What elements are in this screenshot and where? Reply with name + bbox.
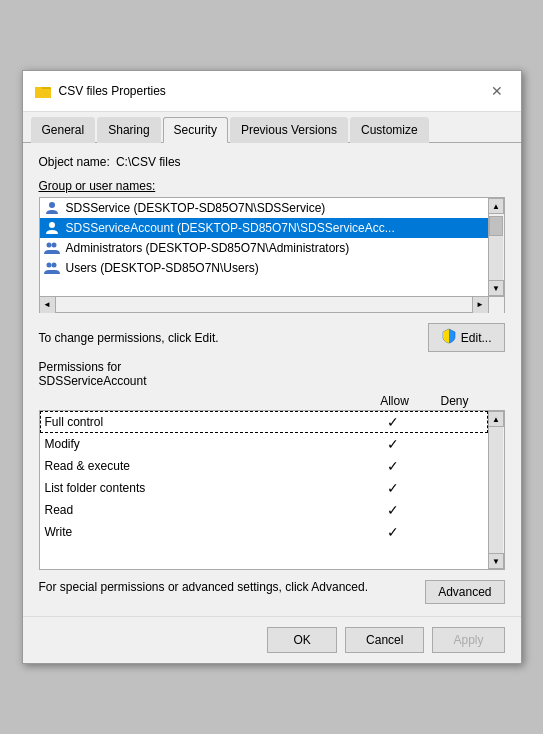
permissions-change-row: To change permissions, click Edit. Edit.… — [39, 323, 505, 352]
apply-button[interactable]: Apply — [432, 627, 504, 653]
dialog-title: CSV files Properties — [59, 84, 485, 98]
perm-for-line1: Permissions for — [39, 360, 505, 374]
perm-name-fullcontrol: Full control — [45, 415, 363, 429]
edit-button-label: Edit... — [461, 331, 492, 345]
tab-security[interactable]: Security — [163, 117, 228, 143]
perm-row-fullcontrol[interactable]: Full control ✓ — [40, 411, 488, 433]
user-icon-3 — [44, 260, 60, 276]
user-name-3: Users (DESKTOP-SD85O7N\Users) — [66, 261, 259, 275]
user-icon-0 — [44, 200, 60, 216]
user-item-users[interactable]: Users (DESKTOP-SD85O7N\Users) — [40, 258, 488, 278]
tab-bar: General Sharing Security Previous Versio… — [23, 112, 521, 143]
perms-scrollbar[interactable]: ▲ ▼ — [488, 411, 504, 569]
perm-name-modify: Modify — [45, 437, 363, 451]
perm-row-modify[interactable]: Modify ✓ — [40, 433, 488, 455]
svg-point-4 — [49, 222, 55, 228]
perm-col-allow-header: Allow — [365, 394, 425, 408]
tab-customize[interactable]: Customize — [350, 117, 429, 143]
perm-name-listfolder: List folder contents — [45, 481, 363, 495]
ok-button[interactable]: OK — [267, 627, 337, 653]
title-bar: CSV files Properties ✕ — [23, 71, 521, 112]
perms-list: Full control ✓ Modify ✓ Read & execute ✓… — [40, 411, 488, 569]
perm-name-write: Write — [45, 525, 363, 539]
perm-name-readexecute: Read & execute — [45, 459, 363, 473]
button-row: OK Cancel Apply — [23, 616, 521, 663]
perm-allow-fullcontrol: ✓ — [363, 414, 423, 430]
group-section-label: Group or user names: — [39, 179, 505, 193]
content-area: Object name: C:\CSV files Group or user … — [23, 143, 521, 616]
perms-table-container[interactable]: Full control ✓ Modify ✓ Read & execute ✓… — [39, 410, 505, 570]
svg-rect-2 — [35, 89, 51, 98]
user-name-1: SDSServiceAccount (DESKTOP-SD85O7N\SDSSe… — [66, 221, 395, 235]
tab-sharing[interactable]: Sharing — [97, 117, 160, 143]
svg-point-6 — [51, 243, 56, 248]
properties-dialog: CSV files Properties ✕ General Sharing S… — [22, 70, 522, 664]
shield-edit-icon — [441, 328, 457, 347]
scroll-corner — [488, 297, 504, 313]
perm-allow-readexecute: ✓ — [363, 458, 423, 474]
scroll-thumb[interactable] — [489, 216, 503, 236]
tab-general[interactable]: General — [31, 117, 96, 143]
folder-icon — [35, 83, 51, 99]
edit-button[interactable]: Edit... — [428, 323, 505, 352]
perms-scroll-down-btn[interactable]: ▼ — [488, 553, 504, 569]
advanced-button[interactable]: Advanced — [425, 580, 504, 604]
scroll-down-btn[interactable]: ▼ — [488, 280, 504, 296]
perms-scroll-up-btn[interactable]: ▲ — [488, 411, 504, 427]
cancel-button[interactable]: Cancel — [345, 627, 424, 653]
perm-row-listfolder[interactable]: List folder contents ✓ — [40, 477, 488, 499]
user-item-administrators[interactable]: Administrators (DESKTOP-SD85O7N\Administ… — [40, 238, 488, 258]
object-name-value: C:\CSV files — [116, 155, 181, 169]
perm-table-header: Allow Deny — [39, 392, 505, 410]
perm-row-write[interactable]: Write ✓ — [40, 521, 488, 543]
users-list-container[interactable]: SDSService (DESKTOP-SD85O7N\SDSService) … — [39, 197, 505, 297]
svg-point-8 — [51, 263, 56, 268]
user-item-sdsserviceaccount[interactable]: SDSServiceAccount (DESKTOP-SD85O7N\SDSSe… — [40, 218, 488, 238]
hscroll-left-btn[interactable]: ◄ — [40, 297, 56, 313]
hscroll-container: ◄ ► — [39, 297, 505, 313]
object-name-label: Object name: — [39, 155, 110, 169]
hscroll-right-btn[interactable]: ► — [472, 297, 488, 313]
perm-for-line2: SDSServiceAccount — [39, 374, 505, 388]
perm-allow-modify: ✓ — [363, 436, 423, 452]
perm-allow-read: ✓ — [363, 502, 423, 518]
user-icon-1 — [44, 220, 60, 236]
perm-name-read: Read — [45, 503, 363, 517]
permissions-header: Permissions for SDSServiceAccount — [39, 360, 505, 388]
user-item-sdsservice[interactable]: SDSService (DESKTOP-SD85O7N\SDSService) — [40, 198, 488, 218]
users-list: SDSService (DESKTOP-SD85O7N\SDSService) … — [40, 198, 488, 296]
svg-point-7 — [46, 263, 51, 268]
users-scrollbar[interactable]: ▲ ▼ — [488, 198, 504, 296]
advanced-text: For special permissions or advanced sett… — [39, 580, 416, 594]
svg-point-3 — [49, 202, 55, 208]
change-permissions-text: To change permissions, click Edit. — [39, 331, 219, 345]
perm-allow-write: ✓ — [363, 524, 423, 540]
perm-row-read[interactable]: Read ✓ — [40, 499, 488, 521]
user-name-0: SDSService (DESKTOP-SD85O7N\SDSService) — [66, 201, 326, 215]
scroll-up-btn[interactable]: ▲ — [488, 198, 504, 214]
user-name-2: Administrators (DESKTOP-SD85O7N\Administ… — [66, 241, 350, 255]
tab-previous-versions[interactable]: Previous Versions — [230, 117, 348, 143]
perm-col-deny-header: Deny — [425, 394, 485, 408]
perm-allow-listfolder: ✓ — [363, 480, 423, 496]
perm-row-readexecute[interactable]: Read & execute ✓ — [40, 455, 488, 477]
object-name-row: Object name: C:\CSV files — [39, 155, 505, 169]
advanced-row: For special permissions or advanced sett… — [39, 580, 505, 604]
svg-point-5 — [46, 243, 51, 248]
perm-col-name-header — [43, 394, 365, 408]
user-icon-2 — [44, 240, 60, 256]
close-button[interactable]: ✕ — [485, 79, 509, 103]
